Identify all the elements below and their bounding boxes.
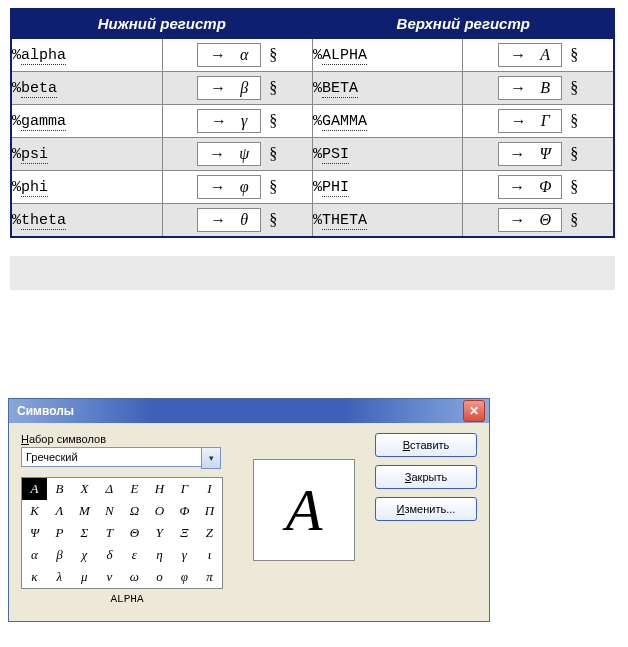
grid-char[interactable]: Θ <box>122 522 147 544</box>
edit-button[interactable]: Изменить... <box>375 497 477 521</box>
grid-char[interactable]: Ξ <box>172 522 197 544</box>
grid-char[interactable]: T <box>97 522 122 544</box>
symbol-cell: →α § <box>162 38 312 72</box>
grid-char[interactable]: γ <box>172 544 197 566</box>
subset-label: Набор символов <box>21 433 233 445</box>
grid-char[interactable]: χ <box>72 544 97 566</box>
close-button[interactable]: Закрыть <box>375 465 477 489</box>
grid-char[interactable]: N <box>97 500 122 522</box>
grid-char[interactable]: A <box>22 478 47 500</box>
grid-char[interactable]: Ω <box>122 500 147 522</box>
dialog-title: Символы <box>17 404 463 418</box>
grid-char[interactable]: Δ <box>97 478 122 500</box>
grid-char[interactable]: α <box>22 544 47 566</box>
header-uppercase: Верхний регистр <box>312 9 614 38</box>
character-grid[interactable]: ABXΔEHΓIKΛMNΩOΦΠΨPΣTΘYΞZαβχδεηγικλμνωοφπ <box>21 477 223 589</box>
code-cell: %ALPHA <box>312 38 462 72</box>
grid-char[interactable]: β <box>47 544 72 566</box>
grid-char[interactable]: Ψ <box>22 522 47 544</box>
table-row: %gamma→γ §%GAMMA→Γ § <box>11 105 614 138</box>
code-cell: %psi <box>11 138 162 171</box>
grid-char[interactable]: ι <box>197 544 222 566</box>
table-row: %alpha→α §%ALPHA→A § <box>11 38 614 72</box>
grid-char[interactable]: κ <box>22 566 47 588</box>
grid-char[interactable]: ο <box>147 566 172 588</box>
code-cell: %THETA <box>312 204 462 238</box>
symbol-cell: →Φ § <box>463 171 614 204</box>
grid-char[interactable]: M <box>72 500 97 522</box>
code-cell: %BETA <box>312 72 462 105</box>
grid-char[interactable]: μ <box>72 566 97 588</box>
grid-char[interactable]: λ <box>47 566 72 588</box>
code-cell: %beta <box>11 72 162 105</box>
grid-char[interactable]: P <box>47 522 72 544</box>
symbol-cell: →β § <box>162 72 312 105</box>
insert-button[interactable]: Вставить <box>375 433 477 457</box>
symbols-dialog: Символы ✕ Набор символов ▾ ABXΔEHΓIKΛMNΩ… <box>8 398 490 622</box>
grid-char[interactable]: Z <box>197 522 222 544</box>
code-cell: %phi <box>11 171 162 204</box>
symbol-cell: →Γ § <box>463 105 614 138</box>
symbol-cell: →B § <box>463 72 614 105</box>
grid-char[interactable]: ε <box>122 544 147 566</box>
close-icon[interactable]: ✕ <box>463 400 485 422</box>
symbol-cell: →φ § <box>162 171 312 204</box>
symbol-cell: →ψ § <box>162 138 312 171</box>
separator-bar <box>10 256 615 290</box>
chevron-down-icon[interactable]: ▾ <box>201 447 221 469</box>
grid-char[interactable]: Π <box>197 500 222 522</box>
code-cell: %theta <box>11 204 162 238</box>
grid-char[interactable]: X <box>72 478 97 500</box>
grid-char[interactable]: O <box>147 500 172 522</box>
code-cell: %PHI <box>312 171 462 204</box>
symbol-cell: →θ § <box>162 204 312 238</box>
grid-char[interactable]: I <box>197 478 222 500</box>
code-cell: %alpha <box>11 38 162 72</box>
symbol-cell: →γ § <box>162 105 312 138</box>
symbol-cell: →Ψ § <box>463 138 614 171</box>
grid-char[interactable]: K <box>22 500 47 522</box>
symbol-cell: →A § <box>463 38 614 72</box>
grid-char[interactable]: π <box>197 566 222 588</box>
code-cell: %PSI <box>312 138 462 171</box>
greek-codes-table: Нижний регистр Верхний регистр %alpha→α … <box>10 8 615 238</box>
selected-char-name: ALPHA <box>21 593 233 605</box>
grid-char[interactable]: Φ <box>172 500 197 522</box>
grid-char[interactable]: H <box>147 478 172 500</box>
grid-char[interactable]: δ <box>97 544 122 566</box>
grid-char[interactable]: B <box>47 478 72 500</box>
subset-input[interactable] <box>21 447 201 467</box>
char-preview: A <box>253 459 355 561</box>
header-lowercase: Нижний регистр <box>11 9 312 38</box>
table-row: %psi→ψ §%PSI→Ψ § <box>11 138 614 171</box>
subset-combobox[interactable]: ▾ <box>21 447 221 469</box>
grid-char[interactable]: E <box>122 478 147 500</box>
dialog-titlebar: Символы ✕ <box>9 399 489 423</box>
grid-char[interactable]: η <box>147 544 172 566</box>
grid-char[interactable]: ν <box>97 566 122 588</box>
table-row: %phi→φ §%PHI→Φ § <box>11 171 614 204</box>
grid-char[interactable]: Σ <box>72 522 97 544</box>
grid-char[interactable]: Λ <box>47 500 72 522</box>
table-row: %beta→β §%BETA→B § <box>11 72 614 105</box>
symbol-cell: →Θ § <box>463 204 614 238</box>
code-cell: %gamma <box>11 105 162 138</box>
code-cell: %GAMMA <box>312 105 462 138</box>
table-row: %theta→θ §%THETA→Θ § <box>11 204 614 238</box>
grid-char[interactable]: Y <box>147 522 172 544</box>
grid-char[interactable]: Γ <box>172 478 197 500</box>
grid-char[interactable]: φ <box>172 566 197 588</box>
grid-char[interactable]: ω <box>122 566 147 588</box>
